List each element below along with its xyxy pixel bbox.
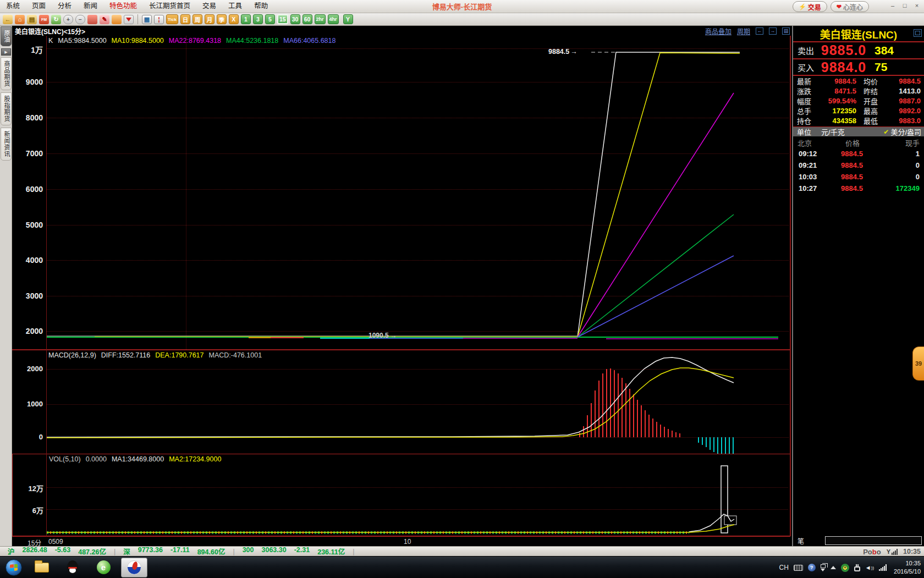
- period-button-3min[interactable]: 3: [253, 14, 263, 24]
- unit-alt-value[interactable]: 美分/盎司: [890, 126, 921, 137]
- browser-taskbar-icon[interactable]: e: [92, 557, 114, 578]
- minimize-button[interactable]: –: [888, 2, 898, 10]
- qq-taskbar-icon[interactable]: [62, 557, 84, 578]
- period-button-quarter[interactable]: 季: [217, 14, 227, 24]
- home-icon[interactable]: ⌂: [15, 15, 25, 24]
- period-button-15min-selected[interactable]: 15: [277, 14, 288, 24]
- menu-system[interactable]: 系统: [0, 0, 26, 13]
- menu-changjiang-home[interactable]: 长江期货首页: [143, 0, 196, 13]
- window-switch-icon[interactable]: [821, 564, 826, 571]
- index-change: -2.31: [294, 546, 310, 557]
- folder-icon: [35, 563, 49, 573]
- sidebar-tab-crude-oil[interactable]: 原油: [1, 26, 12, 46]
- vol-value: 0.0000: [86, 455, 107, 463]
- kline-chart-icon[interactable]: ¦: [154, 15, 164, 24]
- tape-qty: 0: [877, 173, 920, 181]
- stat-value: 599.54%: [817, 97, 856, 105]
- filter-icon[interactable]: [124, 15, 134, 24]
- period-button-week[interactable]: 周: [193, 14, 202, 24]
- sidebar-tab-news[interactable]: 新闻资讯: [1, 128, 12, 161]
- help-tray-icon[interactable]: ?: [808, 564, 816, 571]
- menu-trade[interactable]: 交易: [196, 0, 222, 13]
- overlay-icon[interactable]: [87, 15, 97, 24]
- price-pane[interactable]: 1万 9000 8000 7000 6000 5000 4000 3000 20…: [12, 36, 790, 349]
- period-link[interactable]: 周期: [737, 26, 750, 36]
- notes-icon[interactable]: ▤: [27, 15, 37, 24]
- fm-radio-icon[interactable]: FM: [39, 15, 49, 24]
- period-button-4hr[interactable]: 4hr: [328, 14, 339, 24]
- zoom-in-icon[interactable]: +: [63, 15, 73, 24]
- layout-icon[interactable]: ▤: [782, 27, 790, 35]
- macd-pane[interactable]: 2000 1000 0 MACD(26,12,9) DIFF:1552.7116…: [12, 350, 790, 454]
- antivirus-tray-icon[interactable]: +: [841, 564, 849, 572]
- overlay-link[interactable]: 商品叠加: [705, 26, 732, 36]
- ask-row[interactable]: 卖出 9885.0 384: [793, 42, 924, 58]
- bid-row[interactable]: 买入 9884.0 75: [793, 59, 924, 75]
- hidden-icons-arrow[interactable]: [831, 566, 836, 569]
- taskbar-clock[interactable]: 10:35 2016/5/10: [894, 559, 921, 576]
- volume-pane[interactable]: 12万 6万 VOL(5,10) 0.0000 MA1:34469.8000 M…: [12, 454, 790, 536]
- macd-negative-bars: [698, 437, 733, 454]
- vol-ma2-value: MA2:17234.9000: [169, 455, 221, 463]
- explorer-taskbar-icon[interactable]: [31, 557, 53, 578]
- period-button-60min[interactable]: 60: [302, 14, 312, 24]
- tape-mode-label[interactable]: 笔: [798, 536, 804, 546]
- prev-contract-icon[interactable]: ←: [756, 27, 763, 35]
- heart-link-button[interactable]: ❤ 心连心: [831, 1, 869, 12]
- tape-mode-box[interactable]: [825, 536, 922, 545]
- period-button-x[interactable]: X: [229, 14, 239, 24]
- trade-button[interactable]: ⚡ 交易: [793, 1, 827, 12]
- pobo-taskbar-button-active[interactable]: [121, 558, 147, 577]
- period-button-1min[interactable]: 1: [241, 14, 251, 24]
- start-button[interactable]: [6, 559, 22, 576]
- menu-help[interactable]: 帮助: [248, 0, 274, 13]
- tape-header-price: 价格: [831, 137, 875, 148]
- period-button-month[interactable]: 月: [205, 14, 215, 24]
- popout-inner: [915, 31, 920, 35]
- period-button-5min[interactable]: 5: [265, 14, 275, 24]
- network-signal-icon[interactable]: [879, 564, 887, 571]
- power-tray-icon[interactable]: [854, 566, 860, 571]
- x-axis[interactable]: 15分 0509 10: [12, 536, 790, 546]
- language-indicator[interactable]: CH: [779, 564, 789, 571]
- period-button-tick[interactable]: Tick: [166, 14, 178, 24]
- stat-value: 9887.0: [883, 97, 921, 105]
- period-button-30min[interactable]: 30: [290, 14, 300, 24]
- draw-line-icon[interactable]: ✎: [100, 15, 109, 24]
- menu-page[interactable]: 页面: [26, 0, 52, 13]
- menu-tools[interactable]: 工具: [222, 0, 248, 13]
- speaker-icon[interactable]: ◄)): [865, 564, 874, 571]
- zoom-out-icon[interactable]: −: [75, 15, 85, 24]
- floating-notification-badge[interactable]: 39: [912, 346, 924, 381]
- close-button[interactable]: ×: [912, 2, 922, 10]
- sidebar-tab-index-futures[interactable]: 股指期货: [1, 92, 12, 125]
- period-button-2hr[interactable]: 2hr: [315, 14, 326, 24]
- period-button-day[interactable]: 日: [180, 14, 190, 24]
- paint-icon[interactable]: [112, 15, 122, 24]
- macd-legend: MACD(26,12,9) DIFF:1552.7116 DEA:1790.76…: [48, 351, 262, 359]
- tape-row[interactable]: 09:12 9884.5 1: [793, 148, 924, 159]
- tape-header-time: 北京: [798, 137, 831, 148]
- menu-analysis[interactable]: 分析: [52, 0, 78, 13]
- sidebar-expand-icon[interactable]: ▶: [1, 48, 11, 56]
- period-button-year[interactable]: Y: [343, 14, 353, 24]
- maximize-button[interactable]: □: [900, 2, 910, 10]
- menu-news[interactable]: 新闻: [78, 0, 103, 13]
- quote-instrument-title: 美白银连(SLNC): [793, 26, 924, 41]
- quote-table-icon[interactable]: ▦: [142, 15, 152, 24]
- menu-special-features[interactable]: 特色功能: [103, 0, 143, 13]
- back-icon[interactable]: ←: [3, 15, 13, 24]
- price-marker-arrow-icon: →: [570, 48, 578, 56]
- tape-row[interactable]: 10:27 9884.5 172349: [793, 183, 924, 194]
- unit-row[interactable]: 单位 元/千克 ✔ 美分/盎司: [793, 126, 924, 136]
- tape-row[interactable]: 10:03 9884.5 0: [793, 171, 924, 182]
- stat-label: 持仓: [797, 115, 817, 126]
- keyboard-icon[interactable]: [794, 565, 803, 571]
- chart-header: 美白银连(SLNC)<15分> 商品叠加 周期 ← → ▤: [12, 26, 792, 36]
- popout-window-icon[interactable]: [914, 29, 922, 37]
- tape-row[interactable]: 09:21 9884.5 0: [793, 159, 924, 170]
- sidebar-tab-commodity-futures[interactable]: 商品期货: [1, 57, 12, 90]
- next-contract-icon[interactable]: →: [769, 27, 777, 35]
- refresh-icon[interactable]: ↻: [51, 15, 61, 24]
- system-tray: CH ? + ◄)) 10:35 2016/5/10: [779, 557, 921, 578]
